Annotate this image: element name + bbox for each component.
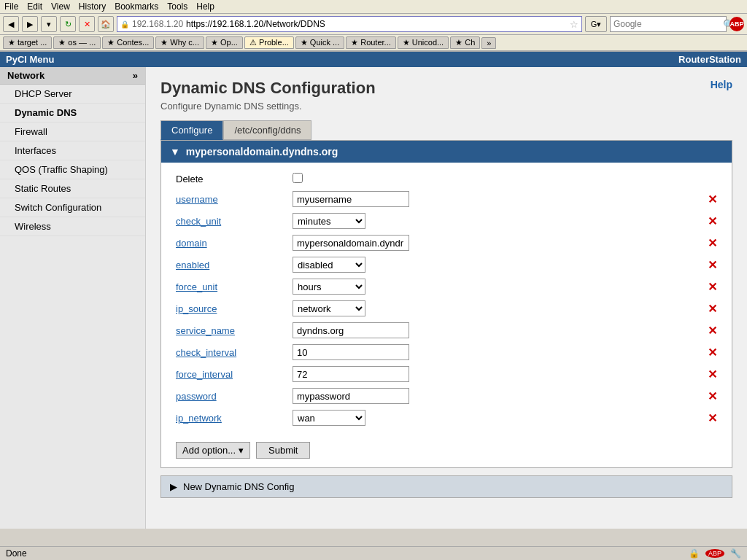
search-engine-button[interactable]: G▾ (585, 16, 607, 32)
add-option-label: Add option... (182, 445, 236, 456)
menu-help[interactable]: Help (196, 1, 214, 12)
bookmark-quick[interactable]: ★Quick ... (295, 36, 344, 49)
domain-header: ▼ mypersonaldomain.dyndns.org (161, 141, 732, 163)
delete-checkbox[interactable] (293, 173, 303, 183)
field-row-ip-network: ip_network wan lan ✕ (176, 407, 717, 429)
sidebar-item-static-routes[interactable]: Static Routes (0, 179, 145, 198)
field-row-check-interval: check_interval ✕ (176, 341, 717, 363)
check-unit-link[interactable]: check_unit (176, 216, 221, 227)
back-button[interactable]: ◀ (3, 16, 19, 32)
password-input[interactable] (293, 388, 409, 404)
dropdown-button[interactable]: ▾ (41, 16, 57, 32)
help-link[interactable]: Help (711, 79, 732, 90)
menu-view[interactable]: View (51, 1, 70, 12)
domain-link[interactable]: domain (176, 238, 207, 249)
search-input[interactable] (614, 19, 723, 29)
force-interval-link[interactable]: force_interval (176, 369, 233, 380)
enabled-remove-icon[interactable]: ✕ (708, 259, 717, 271)
address-bar[interactable]: 🔒 192.168.1.20 ☆ (117, 16, 582, 32)
field-row-force-interval: force_interval ✕ (176, 363, 717, 385)
ip-network-select[interactable]: wan lan (293, 410, 365, 426)
address-input[interactable] (186, 19, 570, 29)
domain-name: mypersonaldomain.dyndns.org (186, 146, 338, 158)
sidebar-section-network[interactable]: Network » (0, 67, 145, 85)
bookmark-more[interactable]: » (481, 37, 496, 49)
domain-arrow-icon: ▼ (170, 146, 180, 158)
field-row-password: password ✕ (176, 385, 717, 407)
bookmark-contes[interactable]: ★Contes... (102, 36, 154, 49)
password-link[interactable]: password (176, 391, 217, 402)
force-unit-remove-icon[interactable]: ✕ (708, 281, 717, 293)
field-row-service-name: service_name ✕ (176, 319, 717, 341)
username-input[interactable] (293, 191, 409, 207)
new-dns-arrow-icon: ▶ (170, 481, 177, 492)
bookmark-op[interactable]: ★Op... (206, 36, 243, 49)
new-dns-header[interactable]: ▶ New Dynamic DNS Config (161, 476, 732, 497)
adblock-button[interactable]: ABP (729, 17, 744, 31)
enabled-select[interactable]: disabled enabled (293, 257, 365, 273)
sidebar-item-interfaces[interactable]: Interfaces (0, 141, 145, 160)
main-layout: Network » DHCP Server Dynamic DNS Firewa… (0, 67, 747, 529)
bookmark-os[interactable]: ★os — ... (53, 36, 101, 49)
refresh-button[interactable]: ↻ (60, 16, 76, 32)
ip-source-select[interactable]: network interface web (293, 300, 365, 316)
address-display: 192.168.1.20 (132, 19, 183, 29)
sidebar-item-ddns[interactable]: Dynamic DNS (0, 104, 145, 122)
sidebar-item-wireless[interactable]: Wireless (0, 217, 145, 236)
password-remove-icon[interactable]: ✕ (708, 390, 717, 402)
search-bar[interactable]: 🔍 (610, 16, 727, 32)
sidebar-item-dhcp[interactable]: DHCP Server (0, 85, 145, 104)
bookmark-target[interactable]: ★target ... (3, 36, 52, 49)
bookmark-ch[interactable]: ★Ch (450, 36, 480, 49)
sidebar-item-firewall[interactable]: Firewall (0, 122, 145, 141)
tab-config-file[interactable]: /etc/config/ddns (223, 120, 311, 140)
sidebar-item-qos[interactable]: QOS (Traffic Shaping) (0, 160, 145, 179)
service-name-remove-icon[interactable]: ✕ (708, 324, 717, 337)
check-interval-input[interactable] (293, 344, 409, 360)
pycli-menubar: PyCI Menu RouterStation (0, 52, 747, 67)
bookmark-proble[interactable]: ⚠Proble... (244, 36, 294, 49)
enabled-link[interactable]: enabled (176, 260, 209, 271)
domain-input[interactable] (293, 235, 409, 251)
field-row-enabled: enabled disabled enabled ✕ (176, 254, 717, 276)
menu-bookmarks[interactable]: Bookmarks (115, 1, 158, 12)
home-button[interactable]: 🏠 (98, 16, 114, 32)
tab-configure[interactable]: Configure (160, 120, 223, 140)
force-interval-input[interactable] (293, 366, 409, 382)
ip-source-remove-icon[interactable]: ✕ (708, 303, 717, 315)
delete-label: Delete (176, 174, 204, 184)
stop-button[interactable]: ✕ (79, 16, 95, 32)
new-dns-label: New Dynamic DNS Config (183, 481, 294, 492)
add-option-button[interactable]: Add option... ▾ (176, 442, 250, 459)
check-interval-link[interactable]: check_interval (176, 347, 236, 358)
pycli-menu-label[interactable]: PyCI Menu (6, 54, 54, 65)
menu-tools[interactable]: Tools (167, 1, 187, 12)
force-unit-link[interactable]: force_unit (176, 281, 217, 292)
check-interval-remove-icon[interactable]: ✕ (708, 346, 717, 359)
username-remove-icon[interactable]: ✕ (708, 193, 717, 206)
service-name-input[interactable] (293, 322, 409, 338)
menu-edit[interactable]: Edit (27, 1, 42, 12)
menu-history[interactable]: History (79, 1, 106, 12)
submit-button[interactable]: Submit (256, 442, 310, 459)
domain-remove-icon[interactable]: ✕ (708, 237, 717, 249)
force-interval-remove-icon[interactable]: ✕ (708, 368, 717, 381)
sidebar-item-switch[interactable]: Switch Configuration (0, 198, 145, 217)
bookmark-router[interactable]: ★Router... (346, 36, 396, 49)
ip-network-link[interactable]: ip_network (176, 413, 222, 424)
ip-source-link[interactable]: ip_source (176, 303, 217, 314)
force-unit-select[interactable]: minutes hours days (293, 279, 365, 295)
check-unit-select[interactable]: minutes hours days (293, 213, 365, 229)
username-link[interactable]: username (176, 194, 218, 205)
sidebar-section-label: Network (7, 70, 44, 81)
forward-button[interactable]: ▶ (22, 16, 38, 32)
menu-file[interactable]: File (4, 1, 18, 12)
bookmark-why[interactable]: ★Why c... (155, 36, 204, 49)
bookmark-unicod[interactable]: ★Unicod... (398, 36, 449, 49)
tabs: Configure /etc/config/ddns (160, 120, 732, 140)
config-panel: ▼ mypersonaldomain.dyndns.org Delete (160, 140, 732, 468)
service-name-link[interactable]: service_name (176, 325, 235, 336)
check-unit-remove-icon[interactable]: ✕ (708, 215, 717, 228)
delete-row: Delete (176, 170, 717, 188)
ip-network-remove-icon[interactable]: ✕ (708, 412, 717, 424)
